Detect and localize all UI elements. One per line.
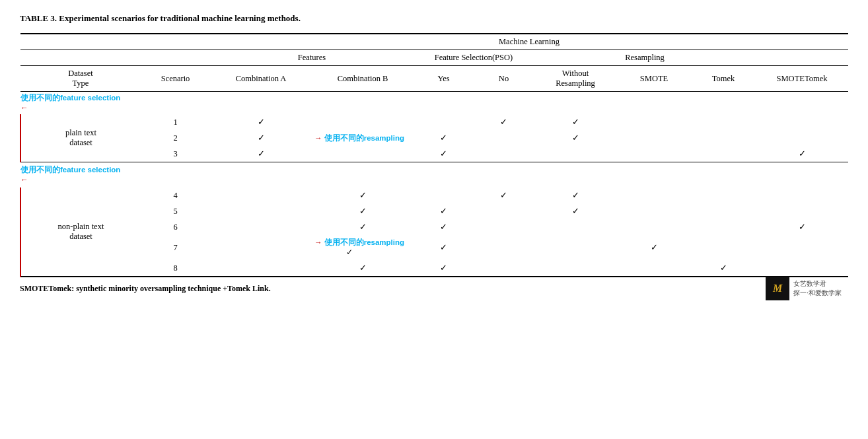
r6-smote [617, 219, 691, 235]
r7-yes: ✓ [414, 235, 474, 260]
r2-no [474, 130, 534, 146]
r2-tomek [691, 130, 756, 146]
scenario-7: 7 [141, 235, 210, 260]
r6-tomek [691, 219, 756, 235]
resampling-header: Resampling [534, 50, 756, 66]
r3-smote [617, 146, 691, 162]
without-header: WithoutResampling [534, 66, 617, 92]
table-row: 3 ✓ ✓ ✓ [20, 146, 848, 162]
annotation-row-2: 使用不同的feature selection ← [20, 162, 848, 188]
r1-tomek [691, 114, 756, 130]
table-row: non-plain textdataset 4 ✓ ✓ ✓ [20, 187, 848, 203]
smotetomek-header: SMOTETomek [756, 66, 848, 92]
scenario-4: 4 [141, 187, 210, 203]
feature-sel-annot-2: 使用不同的feature selection [20, 166, 120, 174]
scenario-header: Scenario [141, 66, 210, 92]
scenario-3: 3 [141, 146, 210, 162]
r4-no: ✓ [474, 187, 534, 203]
r4-yes [414, 187, 474, 203]
plain-text-label: plain textdataset [20, 114, 141, 162]
table-row: plain textdataset 1 ✓ ✓ ✓ [20, 114, 848, 130]
feature-sel-annot-1: 使用不同的feature selection [20, 94, 120, 102]
r8-smotetomek [756, 260, 848, 277]
tomek-header: Tomek [691, 66, 756, 92]
r5-no [474, 203, 534, 219]
r6-without [534, 219, 617, 235]
scenario-5: 5 [141, 203, 210, 219]
r5-combo-b: ✓ [312, 203, 414, 219]
r5-without: ✓ [534, 203, 617, 219]
logo-area: M 女艺数学君 探一·和爱数学家 [766, 277, 842, 300]
r1-no: ✓ [474, 114, 534, 130]
r8-combo-a [210, 260, 312, 277]
r3-yes: ✓ [414, 146, 474, 162]
r5-combo-a [210, 203, 312, 219]
combo-a-header: Combination A [210, 66, 312, 92]
main-table: Machine Learning Features Feature Select… [20, 33, 848, 277]
r2-combo-a: ✓ [210, 130, 312, 146]
r8-without [534, 260, 617, 277]
r7-no [474, 235, 534, 260]
r1-yes [414, 114, 474, 130]
table-row: 6 ✓ ✓ ✓ [20, 219, 848, 235]
no-header: No [474, 66, 534, 92]
r8-tomek: ✓ [691, 260, 756, 277]
r7-smote: ✓ [617, 235, 691, 260]
r3-no [474, 146, 534, 162]
r5-smote [617, 203, 691, 219]
r1-smote [617, 114, 691, 130]
r5-tomek [691, 203, 756, 219]
logo-icon: M [766, 277, 789, 300]
r5-smotetomek [756, 203, 848, 219]
logo-text: 女艺数学君 探一·和爱数学家 [793, 279, 842, 298]
combo-b-header: Combination B [312, 66, 414, 92]
r1-smotetomek [756, 114, 848, 130]
table-row: 7 → 使用不同的resampling ✓ ✓ ✓ [20, 235, 848, 260]
r8-smote [617, 260, 691, 277]
scenario-6: 6 [141, 219, 210, 235]
r3-combo-a: ✓ [210, 146, 312, 162]
r7-combo-a [210, 235, 312, 260]
footnote: SMOTETomek: synthetic minority oversampl… [20, 284, 848, 294]
r4-without: ✓ [534, 187, 617, 203]
r6-combo-a [210, 219, 312, 235]
r6-combo-b: ✓ [312, 219, 414, 235]
r8-no [474, 260, 534, 277]
r6-no [474, 219, 534, 235]
scenario-2: 2 [141, 130, 210, 146]
non-plain-label: non-plain textdataset [20, 187, 141, 277]
r4-tomek [691, 187, 756, 203]
r1-combo-a: ✓ [210, 114, 312, 130]
r7-without [534, 235, 617, 260]
r3-smotetomek: ✓ [756, 146, 848, 162]
r7-resampling-annot: → 使用不同的resampling ✓ [312, 235, 414, 260]
r1-without: ✓ [534, 114, 617, 130]
r3-combo-b [312, 146, 414, 162]
r6-smotetomek: ✓ [756, 219, 848, 235]
r6-yes: ✓ [414, 219, 474, 235]
r4-combo-b: ✓ [312, 187, 414, 203]
features-header: Features [210, 50, 414, 66]
table-row: 2 ✓ → 使用不同的resampling ✓ ✓ [20, 130, 848, 146]
arrow-1: ← [20, 104, 28, 112]
r2-without: ✓ [534, 130, 617, 146]
dataset-type-header: DatasetType [20, 66, 141, 92]
r3-tomek [691, 146, 756, 162]
r7-smotetomek [756, 235, 848, 260]
r2-resampling-annot: → 使用不同的resampling [312, 130, 414, 146]
r8-combo-b: ✓ [312, 260, 414, 277]
feature-sel-header: Feature Selection(PSO) [414, 50, 534, 66]
r4-combo-a [210, 187, 312, 203]
r3-without [534, 146, 617, 162]
r1-combo-b [312, 114, 414, 130]
table-row: 8 ✓ ✓ ✓ [20, 260, 848, 277]
r4-smote [617, 187, 691, 203]
table-description: Experimental scenarios for traditional m… [57, 13, 301, 23]
table-label: TABLE 3. [20, 13, 57, 23]
r5-yes: ✓ [414, 203, 474, 219]
ml-header: Machine Learning [210, 34, 848, 50]
annotation-row-1: 使用不同的feature selection ← [20, 92, 848, 115]
yes-header: Yes [414, 66, 474, 92]
r8-yes: ✓ [414, 260, 474, 277]
scenario-8: 8 [141, 260, 210, 277]
